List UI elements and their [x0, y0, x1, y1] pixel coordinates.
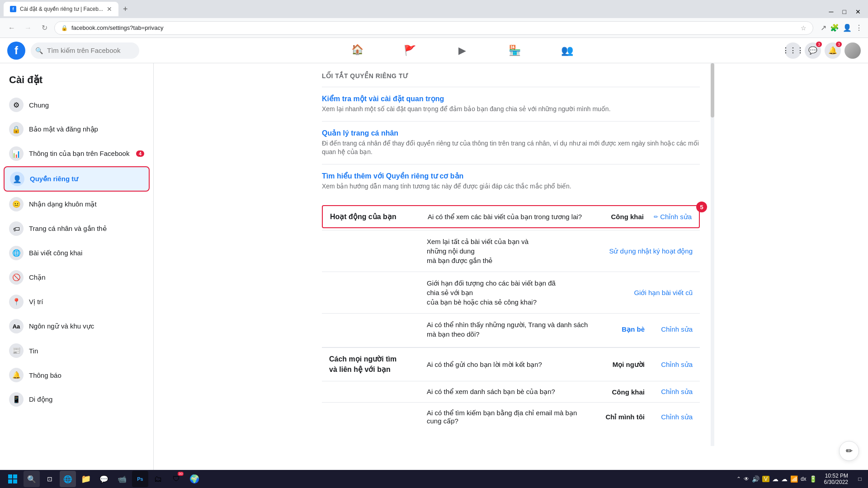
sidebar-item-nhandan[interactable]: 😐 Nhận dạng khuôn mặt [4, 192, 150, 216]
sidebar-label-ngonngu: Ngôn ngữ và khu vực [29, 322, 94, 330]
nav-watch[interactable]: 🚩 [384, 40, 435, 61]
fb-nav-right: ⋮⋮⋮ 💬3 🔔3 [785, 42, 861, 59]
sidebar-item-tin[interactable]: 📰 Tin [4, 339, 150, 362]
extensions-icon[interactable]: 🧩 [830, 23, 839, 32]
shortcut-item-quanly[interactable]: Quản lý trang cá nhân Đi đến trang cá nh… [322, 121, 700, 164]
bookmark-icon[interactable]: ☆ [801, 24, 807, 32]
hoatdong-action-1[interactable]: ✏ Chỉnh sửa [651, 213, 692, 221]
svg-rect-2 [8, 479, 12, 483]
sidebar-label-vitri: Vị trí [29, 298, 43, 306]
hoatdong-action-4[interactable]: Chỉnh sửa [652, 325, 693, 333]
cachtim-label: Cách mọi người tìmvà liên hệ với bạn [329, 354, 420, 375]
nav-home[interactable]: 🏠 [332, 40, 382, 61]
forward-button[interactable]: → [22, 22, 34, 34]
fb-logo[interactable]: f [7, 42, 25, 60]
sidebar-item-trangnhan[interactable]: 🏷 Trang cá nhân và gắn thẻ [4, 217, 150, 240]
content-area: Lối tắt quyền riêng tư Kiểm tra một vài … [154, 63, 868, 470]
taskbar-ps[interactable]: Ps [132, 471, 148, 487]
cachtim-status-1: Mọi người [599, 361, 645, 369]
menu-icon[interactable]: ⋮ [855, 23, 863, 32]
taskbar-search[interactable]: 🔍 [24, 471, 40, 487]
sidebar-item-baiviet[interactable]: 🌐 Bài viết công khai [4, 241, 150, 265]
cachtim-status-3: Chỉ mình tôi [599, 413, 645, 421]
compose-button[interactable]: ✏ [839, 441, 859, 461]
shortcut-desc-kiemtra: Xem lại nhanh một số cài đặt quan trọng … [322, 105, 700, 114]
notification-center[interactable]: □ [855, 471, 864, 487]
start-button[interactable] [4, 471, 22, 487]
taskbar-browser-2[interactable]: 🌍 [186, 471, 203, 487]
new-tab-button[interactable]: + [118, 2, 132, 16]
sidebar-label-trangnhan: Trang cá nhân và gắn thẻ [29, 225, 107, 233]
cachtim-action-1[interactable]: Chỉnh sửa [652, 361, 693, 369]
nav-video[interactable]: ▶ [437, 40, 487, 61]
close-button[interactable]: ✕ [852, 7, 864, 16]
sidebar-item-didong[interactable]: 📱 Di động [4, 388, 150, 411]
sidebar-item-ngonngu[interactable]: Aa Ngôn ngữ và khu vực [4, 314, 150, 338]
taskbar-files[interactable]: 🗂 [150, 471, 166, 487]
sidebar-label-quyenriengtu: Quyền riêng tư [30, 175, 78, 183]
hoatdong-row-3: Giới hạn đối tượng cho các bài viết bạn … [322, 272, 700, 313]
shortcut-desc-quanly: Đi đến trang cá nhân để thay đổi quyền r… [322, 139, 700, 157]
taskbar-shield[interactable]: 🛡 30 [168, 471, 184, 487]
search-icon: 🔍 [35, 47, 43, 54]
fb-search-input[interactable] [31, 42, 139, 59]
taskbar-task-view[interactable]: ⊡ [42, 471, 58, 487]
hoatdong-action-2[interactable]: Sử dụng nhật ký hoạt động [602, 247, 693, 255]
taskbar-zoom[interactable]: 📹 [114, 471, 130, 487]
hoatdong-label: Hoạt động của bạn [330, 212, 420, 221]
clock-time: 10:52 PM [824, 473, 848, 479]
section-header-loitat: Lối tắt quyền riêng tư [322, 72, 700, 80]
nav-groups[interactable]: 👥 [542, 40, 592, 61]
taskbar: 🔍 ⊡ 🌐 📁 💬 📹 Ps 🗂 🛡 30 🌍 ⌃ 👁 🔊 V ☁ ☁ 📶 dx… [0, 470, 868, 488]
shortcut-item-kiemtra[interactable]: Kiểm tra một vài cài đặt quan trọng Xem … [322, 87, 700, 121]
taskbar-chrome[interactable]: 🌐 [60, 471, 76, 487]
hoatdong-question-2: Xem lại tất cả bài viết của bạn và những… [427, 237, 542, 265]
taskbar-clock[interactable]: 10:52 PM 6/30/2022 [821, 473, 852, 485]
nav-marketplace[interactable]: 🏪 [489, 40, 540, 61]
back-button[interactable]: ← [5, 22, 18, 34]
browser-tab[interactable]: f Cài đặt & quyền riêng tư | Faceb... ✕ [4, 2, 118, 16]
hoatdong-action-3[interactable]: Giới hạn bài viết cũ [620, 289, 693, 297]
sidebar-item-chan[interactable]: 🚫 Chặn [4, 266, 150, 289]
hoatdong-question-3: Giới hạn đối tượng cho các bài viết bạn … [427, 278, 561, 307]
profile-icon[interactable]: 👤 [843, 23, 852, 32]
hoatdong-status-1: Công khai [599, 213, 644, 221]
fb-search-wrap: 🔍 [31, 42, 139, 59]
cachtim-row-2: Ai có thể xem danh sách bạn bè của bạn? … [322, 381, 700, 402]
reload-button[interactable]: ↻ [38, 22, 51, 34]
vitri-icon: 📍 [9, 295, 24, 309]
sidebar-item-thongbao[interactable]: 🔔 Thông báo [4, 363, 150, 387]
cachtim-action-2[interactable]: Chỉnh sửa [652, 388, 693, 396]
sidebar-label-baomatdangnhap: Bảo mật và đăng nhập [29, 125, 98, 133]
nhandan-icon: 😐 [9, 197, 24, 211]
maximize-button[interactable]: □ [839, 7, 850, 16]
apps-button[interactable]: ⋮⋮⋮ [785, 42, 801, 59]
share-icon[interactable]: ↗ [821, 23, 826, 32]
close-tab-icon[interactable]: ✕ [107, 5, 112, 13]
sidebar-item-thongtin[interactable]: 📊 Thông tin của bạn trên Facebook 4 [4, 142, 150, 165]
taskbar-explorer[interactable]: 📁 [78, 471, 94, 487]
thongbao-icon: 🔔 [9, 368, 24, 382]
notifications-button[interactable]: 🔔3 [825, 42, 841, 59]
baomatdangnhap-icon: 🔒 [9, 122, 24, 136]
edit-icon-1: ✏ [654, 214, 658, 220]
sidebar-item-chung[interactable]: ⚙ Chung [4, 93, 150, 117]
shortcut-item-timhieu[interactable]: Tìm hiểu thêm với Quyền riêng tư cơ bản … [322, 164, 700, 198]
taskbar-discord[interactable]: 💬 [96, 471, 112, 487]
messenger-button[interactable]: 💬3 [805, 42, 821, 59]
step-5-badge: 5 [696, 202, 707, 212]
sidebar-label-thongbao: Thông báo [29, 371, 61, 379]
svg-rect-0 [8, 474, 12, 479]
cachtim-action-3[interactable]: Chỉnh sửa [652, 413, 693, 421]
sidebar-item-baomatdangnhap[interactable]: 🔒 Bảo mật và đăng nhập [4, 117, 150, 141]
hoatdong-row-2: Xem lại tất cả bài viết của bạn và những… [322, 230, 700, 272]
shortcut-desc-timhieu: Xem bản hướng dẫn mang tính tương tác nà… [322, 182, 700, 191]
thongtin-icon: 📊 [9, 146, 24, 161]
sidebar-item-quyenriengtu[interactable]: 👤 Quyền riêng tư [4, 166, 150, 192]
hoatdong-question-1: Ai có thể xem các bài viết của bạn trong… [428, 213, 591, 221]
sidebar-item-vitri[interactable]: 📍 Vị trí [4, 290, 150, 314]
address-bar[interactable]: 🔒 facebook.com/settings?tab=privacy ☆ [54, 21, 813, 35]
avatar[interactable] [844, 42, 861, 59]
clock-date: 6/30/2022 [824, 479, 848, 485]
minimize-button[interactable]: ─ [826, 7, 837, 16]
